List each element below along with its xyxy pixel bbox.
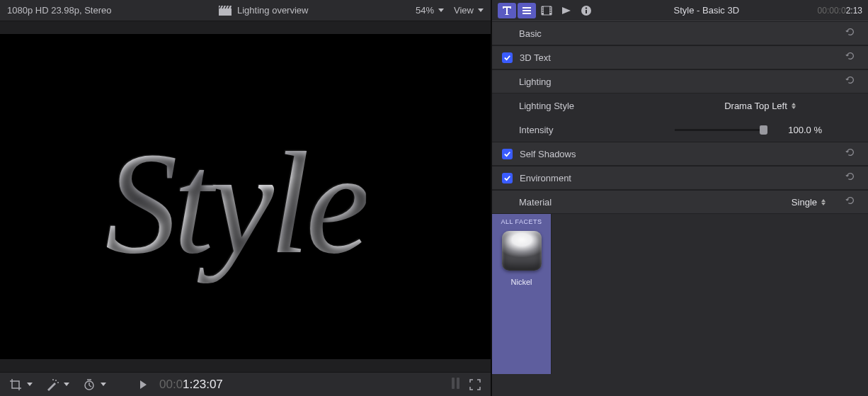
- svg-rect-11: [522, 10, 531, 11]
- row-lighting-style: Lighting Style Drama Top Left: [492, 94, 868, 118]
- stepper-icon: [821, 199, 826, 205]
- svg-rect-17: [542, 9, 544, 11]
- material-well-area: ALL FACETS Nickel: [492, 214, 868, 374]
- tab-video[interactable]: [537, 3, 556, 18]
- intensity-value[interactable]: 100.0 %: [772, 125, 822, 135]
- chevron-down-icon: [438, 9, 444, 12]
- inspector-title: Style - Basic 3D: [598, 5, 815, 16]
- checkbox-self-shadows[interactable]: [502, 149, 513, 159]
- play-button[interactable]: [140, 380, 147, 389]
- clip-title-group[interactable]: Lighting overview: [219, 5, 308, 16]
- chevron-down-icon: [478, 9, 484, 12]
- enhance-tool-icon[interactable]: [45, 378, 59, 392]
- section-3d-text[interactable]: 3D Text: [492, 45, 868, 69]
- reset-icon[interactable]: [845, 171, 858, 184]
- section-environment[interactable]: Environment: [492, 166, 868, 190]
- svg-point-25: [586, 7, 587, 9]
- view-popup[interactable]: View: [454, 5, 484, 16]
- lighting-style-label: Lighting Style: [519, 101, 675, 111]
- reset-icon[interactable]: [845, 27, 858, 40]
- section-lighting[interactable]: Lighting: [492, 69, 868, 94]
- svg-rect-20: [550, 9, 552, 11]
- checkbox-3d-text[interactable]: [502, 52, 513, 63]
- reset-icon[interactable]: [845, 51, 858, 64]
- reset-icon[interactable]: [845, 196, 858, 208]
- material-well[interactable]: ALL FACETS Nickel: [492, 214, 552, 374]
- material-swatch[interactable]: [502, 231, 542, 271]
- reset-icon[interactable]: [845, 147, 858, 160]
- fullscreen-icon[interactable]: [468, 378, 482, 392]
- 3d-text-label: 3D Text: [520, 52, 675, 63]
- inspector-pane: Style - Basic 3D 00:00:02:13 Basic 3D Te…: [492, 0, 868, 396]
- crop-tool-icon[interactable]: [8, 378, 23, 392]
- tc-hl: 2:13: [846, 6, 862, 16]
- svg-marker-22: [562, 7, 571, 14]
- inspector-top-bar: Style - Basic 3D 00:00:02:13: [492, 0, 868, 21]
- environment-label: Environment: [520, 173, 675, 183]
- tc-dim: 00:00:0: [818, 6, 846, 16]
- section-basic[interactable]: Basic: [492, 21, 868, 45]
- material-mode-popup[interactable]: Single: [786, 195, 831, 210]
- reset-icon[interactable]: [845, 75, 858, 88]
- lighting-label: Lighting: [519, 77, 675, 87]
- svg-point-8: [52, 379, 54, 380]
- intensity-label: Intensity: [519, 125, 675, 135]
- audio-meter-icon[interactable]: [452, 378, 459, 392]
- facets-header: ALL FACETS: [501, 218, 542, 225]
- viewer-canvas[interactable]: Style: [0, 34, 491, 359]
- section-material[interactable]: Material Single: [492, 190, 868, 214]
- zoom-popup[interactable]: 54%: [416, 5, 444, 16]
- inspector-timecode: 00:00:02:13: [818, 6, 862, 16]
- tab-text-style[interactable]: [518, 3, 536, 18]
- tab-text[interactable]: [498, 3, 516, 18]
- viewer-pane: 1080p HD 23.98p, Stereo Lighting overvie…: [0, 0, 492, 396]
- clip-name: Lighting overview: [237, 5, 308, 16]
- viewer-top-bar: 1080p HD 23.98p, Stereo Lighting overvie…: [0, 0, 491, 21]
- material-mode-value: Single: [792, 197, 817, 208]
- svg-rect-0: [219, 9, 232, 16]
- zoom-value: 54%: [416, 5, 434, 16]
- preview-3d-text: Style: [105, 120, 365, 287]
- section-self-shadows[interactable]: Self Shadows: [492, 142, 868, 166]
- timecode-dim: 00:0: [159, 378, 183, 391]
- tab-generator[interactable]: [557, 3, 576, 18]
- inspector-tabs: [498, 3, 595, 18]
- chevron-down-icon[interactable]: [64, 383, 69, 386]
- row-intensity: Intensity 100.0 %: [492, 118, 868, 142]
- basic-label: Basic: [519, 28, 675, 39]
- intensity-slider[interactable]: [675, 129, 767, 131]
- svg-point-7: [57, 382, 59, 383]
- chevron-down-icon[interactable]: [27, 383, 33, 386]
- svg-rect-10: [522, 7, 531, 9]
- self-shadows-label: Self Shadows: [520, 149, 675, 159]
- svg-rect-24: [586, 10, 587, 13]
- svg-rect-19: [550, 7, 552, 9]
- material-label: Material: [519, 197, 675, 208]
- svg-rect-18: [542, 11, 544, 13]
- chevron-down-icon[interactable]: [101, 383, 106, 386]
- lighting-style-value: Drama Top Left: [724, 101, 787, 111]
- format-label: 1080p HD 23.98p, Stereo: [7, 5, 111, 16]
- timecode-display[interactable]: 00:01:23:07: [159, 377, 223, 392]
- view-label: View: [454, 5, 474, 16]
- svg-rect-16: [542, 7, 544, 9]
- svg-rect-12: [522, 13, 531, 14]
- material-name: Nickel: [511, 278, 532, 286]
- checkbox-environment[interactable]: [502, 173, 513, 183]
- clapper-icon: [219, 6, 232, 16]
- tab-info[interactable]: [577, 3, 595, 18]
- lighting-style-popup[interactable]: Drama Top Left: [719, 98, 801, 113]
- stepper-icon: [792, 103, 796, 109]
- viewer-bottom-bar: 00:01:23:07: [0, 372, 491, 396]
- svg-rect-21: [550, 11, 552, 13]
- canvas-content: Style: [0, 34, 491, 359]
- svg-point-6: [55, 380, 57, 381]
- timecode-highlight: 1:23:07: [183, 378, 223, 391]
- retime-tool-icon[interactable]: [82, 378, 96, 392]
